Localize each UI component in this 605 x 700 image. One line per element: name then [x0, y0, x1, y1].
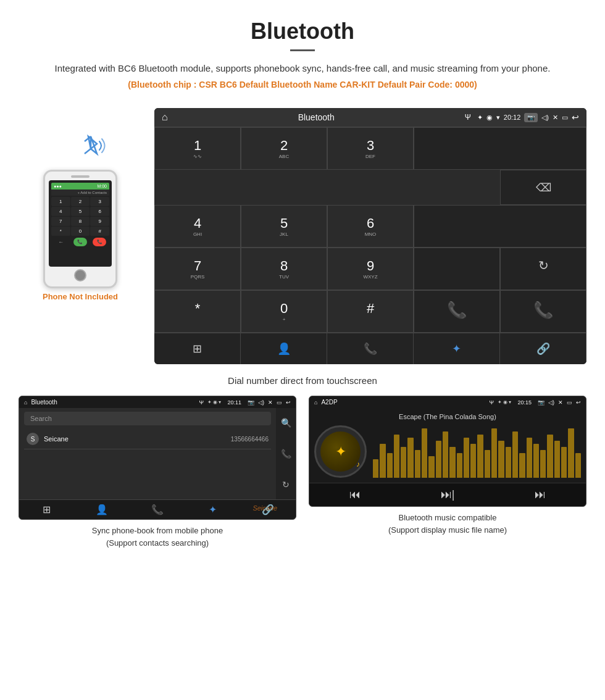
music-volume-icon: ◁): [548, 399, 554, 406]
phone-key-3[interactable]: 3: [90, 197, 109, 206]
call-red-key[interactable]: 📞: [500, 290, 586, 333]
pb-phone-icon[interactable]: 📞: [277, 443, 295, 465]
music-home-icon[interactable]: ⌂: [314, 399, 317, 406]
dial-key-3[interactable]: 3 DEF: [327, 127, 414, 170]
music-artwork-inner: ✦: [320, 431, 361, 472]
music-close-icon[interactable]: ✕: [558, 399, 563, 406]
music-time: 20:15: [517, 399, 532, 406]
visualizer-bar: [519, 453, 525, 478]
dial-key-4[interactable]: 4 GHI: [154, 205, 241, 248]
phone-key-1[interactable]: 1: [51, 197, 70, 206]
visualizer-bar: [449, 447, 455, 478]
phone-section: ●●● M:00 + Add to Contacts 1 2 3 4 5 6 7…: [19, 108, 142, 301]
phonebook-main: Search S Seicane 13566664466: [19, 408, 276, 499]
dial-key-1[interactable]: 1 ∿∿: [154, 127, 241, 170]
refresh-icon: ↻: [538, 259, 549, 272]
dialpad-bottom-bt[interactable]: ✦: [414, 333, 500, 364]
bluetooth-specs: (Bluetooth chip : CSR BC6 Default Blueto…: [37, 80, 568, 90]
camera-status-icon: 📷: [524, 113, 538, 122]
music-status-bar: ⌂ A2DP Ψ ✦ ◉ ▾ 20:15 📷 ◁) ✕ ▭ ↩: [309, 396, 586, 408]
dialer-bottom-bar: ⊞ 👤 📞 ✦ 🔗: [154, 333, 586, 364]
visualizer-bar: [422, 428, 427, 478]
phone-key-0[interactable]: 0: [71, 227, 90, 236]
dialer-usb-icon: Ψ: [465, 113, 471, 122]
signal-status-icon: ▾: [496, 114, 500, 122]
music-song-title: Escape (The Pina Colada Song): [314, 413, 581, 420]
pb-search-icon[interactable]: 🔍: [277, 412, 295, 434]
pb-bottom-bt[interactable]: ✦: [185, 504, 241, 515]
pb-bottom-link[interactable]: 🔗 Seicane: [240, 504, 296, 515]
location-status-icon: ◉: [486, 114, 493, 122]
phone-key-5[interactable]: 5: [71, 207, 90, 216]
music-block: ⌂ A2DP Ψ ✦ ◉ ▾ 20:15 📷 ◁) ✕ ▭ ↩ Escape (…: [309, 396, 586, 549]
phonebook-layout: Search S Seicane 13566664466 🔍 📞 ↻: [19, 408, 296, 499]
dialpad-bottom-phone[interactable]: 📞: [327, 333, 414, 364]
phone-key-9[interactable]: 9: [90, 217, 109, 226]
phone-key-7[interactable]: 7: [51, 217, 70, 226]
seicane-watermark: Seicane: [252, 504, 277, 512]
refresh-key[interactable]: ↻: [500, 248, 586, 290]
dialpad-bottom-contacts[interactable]: 👤: [241, 333, 327, 364]
dialer-screen: ⌂ Bluetooth Ψ ✦ ◉ ▾ 20:12 📷 ◁) ✕ ▭ ↩ 1 ∿…: [154, 108, 586, 364]
contact-row[interactable]: S Seicane 13566664466: [24, 429, 271, 449]
phonebook-search[interactable]: Search: [24, 412, 271, 425]
dialer-home-icon[interactable]: ⌂: [162, 112, 168, 123]
dialpad-bottom-grid[interactable]: ⊞: [154, 333, 241, 364]
phone-home-button[interactable]: [74, 269, 86, 281]
music-back-icon[interactable]: ↩: [576, 399, 581, 406]
dial-key-star[interactable]: *: [154, 290, 241, 333]
pb-title: Bluetooth: [31, 399, 195, 406]
dial-key-8[interactable]: 8 TUV: [241, 248, 327, 290]
backspace-key[interactable]: ⌫: [500, 170, 586, 205]
music-status-icons: ✦ ◉ ▾: [498, 399, 511, 405]
phone-end-btn[interactable]: 📞: [93, 238, 106, 246]
visualizer-bar: [470, 444, 476, 478]
dial-key-2[interactable]: 2 ABC: [241, 127, 327, 170]
phone-key-hash[interactable]: #: [90, 227, 109, 236]
dial-key-hash[interactable]: #: [327, 290, 414, 333]
pb-bottom-grid[interactable]: ⊞: [19, 504, 75, 515]
music-next-icon[interactable]: ⏭: [535, 488, 546, 501]
phone-key-6[interactable]: 6: [90, 207, 109, 216]
close-status-icon[interactable]: ✕: [553, 114, 558, 122]
pb-refresh-icon[interactable]: ↻: [278, 473, 293, 496]
visualizer-bar: [443, 431, 448, 478]
phone-call-btn[interactable]: 📞: [73, 238, 87, 246]
dial-key-0[interactable]: 0 +: [241, 290, 327, 333]
pb-home-icon[interactable]: ⌂: [24, 399, 27, 406]
music-window-icon: ▭: [567, 399, 572, 406]
call-green-key[interactable]: 📞: [414, 290, 500, 333]
visualizer-bar: [415, 450, 420, 478]
phone-screen: ●●● M:00 + Add to Contacts 1 2 3 4 5 6 7…: [49, 180, 112, 267]
pb-back-icon[interactable]: ↩: [286, 399, 291, 406]
dial-key-9[interactable]: 9 WXYZ: [327, 248, 414, 290]
phone-not-included-label: Phone Not Included: [43, 292, 118, 301]
phonebook-content: Search S Seicane 13566664466: [19, 408, 276, 453]
phone-status-bar: ●●● M:00: [51, 183, 109, 190]
phone-back-btn: ←: [54, 238, 68, 246]
phone-key-2[interactable]: 2: [71, 197, 90, 206]
dial-key-6[interactable]: 6 MNO: [327, 205, 414, 248]
main-content: ●●● M:00 + Add to Contacts 1 2 3 4 5 6 7…: [0, 96, 605, 370]
phone-key-8[interactable]: 8: [71, 217, 90, 226]
visualizer-bar: [407, 438, 413, 478]
dialpad-bottom-link[interactable]: 🔗: [500, 333, 586, 364]
music-artwork: ✦ ♪: [314, 425, 367, 478]
pb-bottom-contacts[interactable]: 👤: [75, 504, 130, 515]
dial-key-7[interactable]: 7 PQRS: [154, 248, 241, 290]
pb-bottom-phone[interactable]: 📞: [130, 504, 185, 515]
phone-key-star[interactable]: *: [51, 227, 70, 236]
back-status-icon[interactable]: ↩: [572, 112, 579, 122]
visualizer-bar: [491, 428, 497, 478]
visualizer-bar: [512, 431, 518, 478]
phone-key-4[interactable]: 4: [51, 207, 70, 216]
music-prev-icon[interactable]: ⏮: [349, 488, 361, 501]
pb-close-icon[interactable]: ✕: [268, 399, 273, 406]
pb-time: 20:11: [227, 399, 241, 406]
bluetooth-waves-svg: [77, 130, 108, 161]
bt-music-icon: ✦: [335, 444, 346, 460]
music-play-icon[interactable]: ⏭|: [441, 488, 455, 501]
dial-key-5[interactable]: 5 JKL: [241, 205, 327, 248]
display-empty-1: [414, 127, 586, 170]
music-artwork-row: ✦ ♪: [314, 425, 581, 478]
